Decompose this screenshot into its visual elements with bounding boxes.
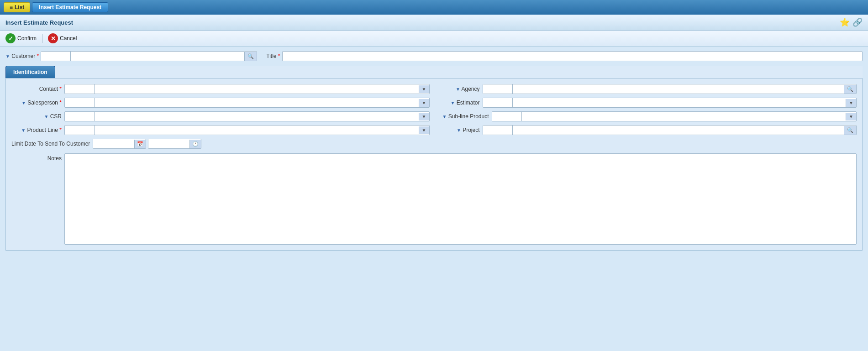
csr-label: ▼ CSR	[11, 113, 62, 120]
agency-desc-input[interactable]	[513, 84, 844, 94]
tab-identification[interactable]: Identification	[5, 66, 55, 78]
agency-arrow: ▼	[456, 87, 460, 92]
contact-code-input[interactable]	[65, 84, 95, 94]
subline-desc-input[interactable]	[522, 112, 846, 121]
subline-arrow: ▼	[442, 114, 447, 119]
estimator-dropdown-button[interactable]: ▼	[846, 99, 856, 107]
tab-container: Identification Contact *	[5, 66, 863, 251]
salesperson-desc-input[interactable]	[95, 98, 419, 107]
identification-panel: Contact * ▼ ▼ Salesperson	[5, 78, 863, 251]
product-line-field: ▼	[64, 125, 430, 135]
insert-estimate-request-button[interactable]: Insert Estimate Request	[32, 2, 108, 12]
project-field: 🔍	[483, 125, 857, 135]
customer-desc-input[interactable]	[71, 52, 244, 61]
page-title-bar: Insert Estimate Request ⭐ 🔗	[0, 15, 868, 31]
toolbar-divider	[42, 34, 42, 43]
csr-row: ▼ CSR ▼	[11, 111, 430, 121]
contact-field: ▼	[64, 84, 430, 94]
top-fields-row: ▼ Customer * 🔍 Title *	[5, 51, 863, 61]
insert-estimate-label: Insert Estimate Request	[39, 4, 101, 10]
agency-code-input[interactable]	[483, 84, 513, 94]
project-arrow: ▼	[457, 128, 461, 133]
title-label: Title *	[266, 53, 280, 59]
subline-code-input[interactable]	[492, 112, 522, 121]
cancel-button[interactable]: ✕ Cancel	[48, 33, 77, 43]
csr-arrow: ▼	[44, 114, 48, 119]
content-area: ▼ Customer * 🔍 Title * Identification	[0, 47, 868, 255]
agency-label: ▼ Agency	[439, 86, 480, 92]
csr-code-input[interactable]	[65, 112, 95, 121]
project-search-button[interactable]: 🔍	[844, 126, 856, 135]
csr-dropdown-button[interactable]: ▼	[419, 113, 429, 120]
action-toolbar: ✓ Confirm ✕ Cancel	[0, 31, 868, 47]
subline-product-row: ▼ Sub-line Product ▼	[439, 111, 857, 121]
star-icon[interactable]: ⭐	[840, 17, 850, 27]
salesperson-required: *	[59, 100, 62, 106]
confirm-label: Confirm	[17, 35, 37, 42]
title-field-group: Title *	[266, 51, 863, 61]
customer-search-button[interactable]: 🔍	[244, 52, 257, 61]
time-input[interactable]	[148, 139, 189, 148]
confirm-button[interactable]: ✓ Confirm	[5, 33, 37, 43]
contact-dropdown-button[interactable]: ▼	[419, 85, 429, 93]
product-line-row: ▼ Product Line * ▼	[11, 125, 430, 135]
calendar-icon-button[interactable]: 📅	[134, 140, 146, 148]
agency-row: ▼ Agency 🔍	[439, 84, 857, 94]
date-input[interactable]	[93, 139, 134, 148]
top-bar: ≡ List Insert Estimate Request	[0, 0, 868, 15]
estimator-field: ▼	[483, 98, 857, 108]
contact-label: Contact *	[11, 86, 62, 92]
product-line-desc-input[interactable]	[95, 126, 419, 135]
product-line-code-input[interactable]	[65, 126, 95, 135]
project-label: ▼ Project	[439, 127, 480, 133]
time-input-wrap: 🕐	[148, 139, 201, 149]
project-desc-input[interactable]	[513, 126, 844, 135]
customer-required: *	[37, 53, 39, 59]
limit-date-label: Limit Date To Send To Customer	[11, 141, 90, 147]
clock-icon-button[interactable]: 🕐	[189, 140, 201, 148]
title-input[interactable]	[282, 51, 863, 61]
form-grid: Contact * ▼ ▼ Salesperson	[11, 84, 857, 149]
notes-label: Notes	[11, 153, 62, 162]
project-row: ▼ Project 🔍	[439, 125, 857, 135]
cancel-label: Cancel	[60, 35, 77, 42]
contact-required: *	[59, 86, 62, 92]
project-code-input[interactable]	[483, 126, 513, 135]
salesperson-label: ▼ Salesperson *	[11, 100, 62, 106]
salesperson-dropdown-button[interactable]: ▼	[419, 99, 429, 107]
estimator-label: ▼ Estimator	[439, 100, 480, 106]
agency-search-button[interactable]: 🔍	[844, 85, 856, 94]
notes-row: Notes	[11, 153, 857, 245]
notes-textarea[interactable]	[64, 153, 857, 245]
salesperson-code-input[interactable]	[65, 98, 95, 107]
page-title: Insert Estimate Request	[5, 19, 73, 26]
date-time-field: 📅 🕐	[93, 139, 201, 149]
subline-dropdown-button[interactable]: ▼	[846, 113, 856, 120]
date-input-wrap: 📅	[93, 139, 146, 149]
contact-desc-input[interactable]	[95, 84, 419, 94]
product-line-dropdown-button[interactable]: ▼	[419, 126, 429, 134]
confirm-check-icon: ✓	[5, 33, 16, 43]
salesperson-arrow: ▼	[21, 100, 26, 105]
csr-desc-input[interactable]	[95, 112, 419, 121]
product-line-required: *	[59, 127, 62, 133]
subline-product-label: ▼ Sub-line Product	[439, 113, 489, 120]
product-line-arrow: ▼	[21, 128, 26, 133]
csr-field: ▼	[64, 111, 430, 121]
tab-strip: Identification	[5, 66, 863, 78]
estimator-row: ▼ Estimator ▼	[439, 98, 857, 108]
title-required: *	[278, 53, 280, 59]
estimator-desc-input[interactable]	[513, 98, 846, 107]
customer-label: ▼ Customer *	[5, 53, 39, 59]
salesperson-field: ▼	[64, 98, 430, 108]
left-column: Contact * ▼ ▼ Salesperson	[11, 84, 430, 149]
estimator-code-input[interactable]	[483, 98, 513, 107]
limit-date-row: Limit Date To Send To Customer 📅 🕐	[11, 139, 430, 149]
link-icon[interactable]: 🔗	[852, 17, 863, 27]
subline-product-field: ▼	[492, 111, 857, 121]
customer-field-group: ▼ Customer * 🔍	[5, 51, 257, 61]
customer-code-input[interactable]	[41, 52, 71, 61]
agency-field: 🔍	[483, 84, 857, 94]
right-column: ▼ Agency 🔍 ▼ Estimator	[439, 84, 857, 149]
list-button[interactable]: ≡ List	[4, 2, 30, 12]
